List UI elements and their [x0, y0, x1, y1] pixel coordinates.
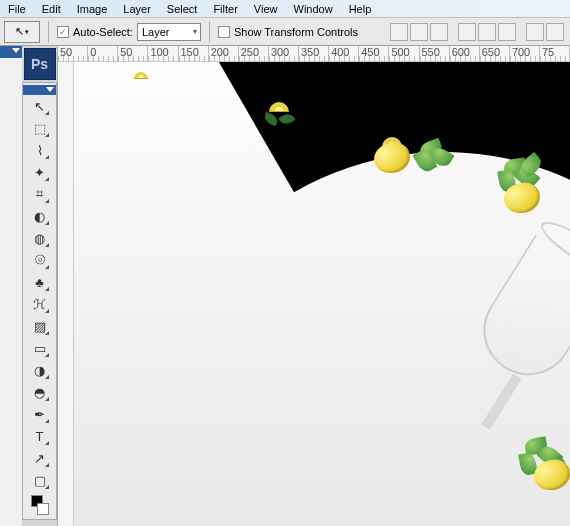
magic-wand-tool[interactable]: ✦ [29, 161, 51, 183]
menu-edit[interactable]: Edit [34, 1, 69, 17]
panel-dock [0, 46, 22, 526]
tool-flyout-icon [45, 331, 49, 335]
tool-flyout-icon [45, 353, 49, 357]
ruler-tick: 100 [148, 46, 178, 61]
tool-flyout-icon [45, 375, 49, 379]
eyedropper-tool[interactable]: ◐ [29, 205, 51, 227]
artwork-lemon-slice-small [134, 72, 148, 79]
ruler-tick: 400 [329, 46, 359, 61]
artwork-lemon-half [264, 102, 294, 124]
ruler-tick: 700 [510, 46, 540, 61]
active-tool-indicator[interactable]: ↖▾ [4, 21, 40, 43]
path-selection-tool[interactable]: ↗ [29, 447, 51, 469]
tool-flyout-icon [45, 133, 49, 137]
rectangle-tool[interactable]: ▢ [29, 469, 51, 491]
tool-flyout-icon [45, 287, 49, 291]
ruler-tick: 50 [118, 46, 148, 61]
eraser-tool[interactable]: ▨ [29, 315, 51, 337]
dropdown-arrow-icon: ▾ [193, 27, 197, 36]
healing-brush-tool[interactable]: ◍ [29, 227, 51, 249]
align-hcenter-button[interactable] [478, 23, 496, 41]
dodge-tool[interactable]: ◓ [29, 381, 51, 403]
ruler-tick: 600 [450, 46, 480, 61]
color-swatches[interactable] [31, 495, 49, 515]
menu-image[interactable]: Image [69, 1, 116, 17]
tool-flyout-icon [45, 243, 49, 247]
ruler-horizontal: 5005010015020025030035040045050055060065… [58, 46, 570, 62]
align-left-button[interactable] [458, 23, 476, 41]
menu-bar: File Edit Image Layer Select Filter View… [0, 0, 570, 18]
pen-tool[interactable]: ✒ [29, 403, 51, 425]
show-transform-label: Show Transform Controls [234, 26, 358, 38]
show-transform-checkbox[interactable] [218, 26, 230, 38]
divider [209, 21, 210, 43]
ruler-tick: 450 [359, 46, 389, 61]
tool-flyout-icon [45, 221, 49, 225]
tool-flyout-icon [45, 199, 49, 203]
artwork-lemon-mint [494, 157, 544, 197]
app-badge: Ps [24, 48, 56, 80]
ruler-vertical [58, 62, 74, 526]
artwork-lemons-group [374, 137, 454, 173]
tool-flyout-icon [45, 309, 49, 313]
align-top-button[interactable] [390, 23, 408, 41]
divider [48, 21, 49, 43]
align-buttons-group [390, 23, 564, 41]
app-sidebar: Ps ↖⬚⌇✦⌗◐◍⦾♣ℋ▨▭◑◓✒T↗▢ [22, 46, 58, 526]
auto-select-mode-dropdown[interactable]: Layer ▾ [137, 23, 201, 41]
menu-help[interactable]: Help [341, 1, 380, 17]
ruler-tick: 0 [88, 46, 118, 61]
lasso-tool[interactable]: ⌇ [29, 139, 51, 161]
ruler-tick: 250 [239, 46, 269, 61]
auto-select-label: Auto-Select: [73, 26, 133, 38]
ruler-tick: 650 [480, 46, 510, 61]
blur-tool[interactable]: ◑ [29, 359, 51, 381]
tool-flyout-icon [45, 485, 49, 489]
crop-tool[interactable]: ⌗ [29, 183, 51, 205]
menu-view[interactable]: View [246, 1, 286, 17]
gradient-tool[interactable]: ▭ [29, 337, 51, 359]
auto-select-checkbox[interactable]: ✓ [57, 26, 69, 38]
history-brush-tool[interactable]: ℋ [29, 293, 51, 315]
marquee-tool[interactable]: ⬚ [29, 117, 51, 139]
brush-tool[interactable]: ⦾ [29, 249, 51, 271]
align-right-button[interactable] [498, 23, 516, 41]
menu-select[interactable]: Select [159, 1, 206, 17]
ruler-tick: 300 [269, 46, 299, 61]
type-tool[interactable]: T [29, 425, 51, 447]
tools-panel: ↖⬚⌇✦⌗◐◍⦾♣ℋ▨▭◑◓✒T↗▢ [22, 82, 57, 520]
move-tool[interactable]: ↖ [29, 95, 51, 117]
tool-flyout-icon [45, 441, 49, 445]
ruler-tick: 200 [209, 46, 239, 61]
align-bottom-button[interactable] [430, 23, 448, 41]
tool-flyout-icon [45, 265, 49, 269]
align-vcenter-button[interactable] [410, 23, 428, 41]
document-area: 5005010015020025030035040045050055060065… [58, 46, 570, 526]
panel-tab[interactable] [0, 46, 22, 58]
distribute-button[interactable] [526, 23, 544, 41]
canvas[interactable] [74, 62, 570, 526]
ruler-tick: 550 [420, 46, 450, 61]
ruler-tick: 350 [299, 46, 329, 61]
ruler-tick: 50 [58, 46, 88, 61]
tool-flyout-icon [45, 155, 49, 159]
tool-flyout-icon [45, 397, 49, 401]
move-arrow-icon: ↖ [15, 25, 24, 38]
menu-layer[interactable]: Layer [115, 1, 159, 17]
tool-flyout-icon [45, 419, 49, 423]
menu-filter[interactable]: Filter [205, 1, 245, 17]
ruler-tick: 75 [540, 46, 570, 61]
options-bar: ↖▾ ✓ Auto-Select: Layer ▾ Show Transform… [0, 18, 570, 46]
menu-window[interactable]: Window [286, 1, 341, 17]
tool-flyout-icon [45, 177, 49, 181]
ruler-tick: 150 [179, 46, 209, 61]
clone-stamp-tool[interactable]: ♣ [29, 271, 51, 293]
ruler-tick: 500 [389, 46, 419, 61]
menu-file[interactable]: File [0, 1, 34, 17]
tool-flyout-icon [45, 463, 49, 467]
distribute-button[interactable] [546, 23, 564, 41]
tool-flyout-icon [45, 111, 49, 115]
tools-tab[interactable] [23, 85, 56, 95]
background-swatch[interactable] [37, 503, 49, 515]
